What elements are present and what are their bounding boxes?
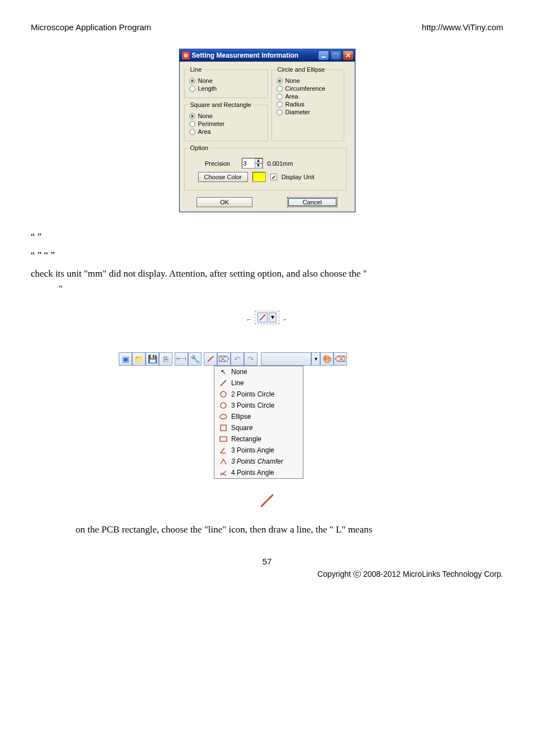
cursor-icon: ↖ [219, 368, 228, 376]
tb-undo-icon[interactable]: ↶ [231, 352, 244, 366]
line-none-radio[interactable] [189, 78, 195, 84]
tb-wrench-icon[interactable]: 🔧 [188, 352, 202, 366]
settings-dialog: ⚙ Setting Measurement Information ✕ Line… [179, 49, 355, 212]
shape-menu: ↖None Line 2 Points Circle 3 Points Circ… [214, 366, 303, 479]
choose-color-button[interactable]: Choose Color [198, 172, 248, 182]
mi-line[interactable]: Line [214, 377, 303, 389]
sq-area-radio[interactable] [189, 129, 195, 135]
line-group: Line None Length [184, 66, 268, 98]
svg-point-3 [221, 391, 226, 397]
ci-radius-radio[interactable] [277, 101, 283, 108]
4angle-icon [219, 469, 228, 477]
ci-none-radio[interactable] [277, 78, 283, 84]
ok-button[interactable]: OK [196, 197, 252, 207]
chamfer-icon [219, 458, 228, 465]
square-icon [219, 424, 228, 432]
svg-point-5 [220, 414, 227, 419]
display-unit-checkbox[interactable] [270, 174, 277, 180]
paragraph-3a: check its unit "mm" did not display. Att… [31, 266, 503, 282]
sq-none-label: None [198, 113, 213, 119]
minimize-button[interactable] [318, 50, 329, 60]
ci-diam-label: Diameter [285, 109, 311, 115]
color-swatch [252, 172, 266, 182]
sqrect-legend: Square and Rectangle [189, 101, 252, 108]
mi-ellipse[interactable]: Ellipse [214, 411, 303, 422]
precision-unit: 0.001mm [268, 160, 293, 167]
line-tool-dropdown-icon[interactable]: ▾ [269, 312, 277, 323]
svg-line-2 [221, 380, 226, 386]
mi-square[interactable]: Square [214, 422, 303, 433]
option-legend: Option [189, 144, 209, 151]
ci-area-label: Area [285, 93, 298, 100]
tb-line-icon[interactable] [204, 352, 217, 366]
ci-circ-radio[interactable] [277, 86, 283, 92]
precision-label: Precision [198, 160, 237, 167]
tb-slider[interactable] [261, 352, 311, 366]
svg-line-0 [260, 315, 265, 320]
line-length-radio[interactable] [189, 86, 195, 92]
mi-3pc[interactable]: 3 Points Circle [214, 400, 303, 411]
ci-radius-label: Radius [285, 101, 305, 108]
tb-redo-icon[interactable]: ↷ [244, 352, 257, 366]
maximize-button [330, 50, 341, 60]
tb-eraser-icon[interactable]: ⌫ [334, 352, 347, 366]
display-unit-label: Display Unit [282, 174, 315, 180]
svg-line-1 [208, 356, 213, 362]
mi-none[interactable]: ↖None [214, 366, 303, 377]
line-tool-pair: ▾ [255, 311, 279, 324]
precision-input[interactable] [242, 160, 255, 167]
mi-3pch[interactable]: 3 Points Chamfer [214, 456, 303, 467]
svg-rect-7 [220, 437, 227, 441]
line-icon [219, 379, 228, 387]
sq-none-radio[interactable] [189, 113, 195, 119]
tb-ruler-icon[interactable]: ⊢⊣ [175, 352, 188, 366]
paragraph-3b: " [31, 281, 503, 297]
tb-folder-icon[interactable]: 📁 [132, 352, 146, 366]
dialog-title: Setting Measurement Information [192, 52, 299, 59]
crop-br-icon: ⌐ [282, 316, 288, 323]
svg-line-8 [261, 495, 273, 506]
ci-area-radio[interactable] [277, 94, 283, 100]
toolbar: ▣ 📁 💾 ⎘ ⊢⊣ 🔧 ⌦ ↶ ↷ ▾ 🎨 ⌫ [119, 352, 415, 366]
mi-3pa[interactable]: 3 Points Angle [214, 445, 303, 456]
close-button[interactable]: ✕ [343, 50, 354, 60]
svg-rect-6 [221, 425, 226, 431]
sq-perim-radio[interactable] [189, 121, 195, 127]
paragraph-quotes-2: “ ” “ ” [31, 248, 503, 264]
tb-palette-icon[interactable]: 🎨 [320, 352, 334, 366]
tb-save-icon[interactable]: 💾 [146, 352, 159, 366]
ci-diam-radio[interactable] [277, 109, 283, 115]
sq-perim-label: Perimeter [198, 120, 225, 127]
line-none-label: None [198, 77, 213, 84]
svg-point-4 [221, 403, 226, 408]
spin-down-icon[interactable]: ▼ [255, 164, 263, 169]
tb-dropdown-icon[interactable]: ▾ [311, 352, 320, 366]
tb-copy-icon[interactable]: ⎘ [159, 352, 172, 366]
header-left: Microscope Application Program [31, 22, 151, 32]
line-tool-icon[interactable] [257, 312, 268, 323]
app-icon: ⚙ [182, 52, 190, 59]
page-number: 57 [31, 557, 503, 566]
paragraph-4: on the PCB rectangle, choose the "line" … [31, 522, 503, 538]
mi-4pa[interactable]: 4 Points Angle [214, 467, 303, 478]
crop-tl-icon: ⌐ [246, 316, 252, 323]
circle-legend: Circle and Ellipse [277, 66, 326, 73]
angle-icon [219, 446, 228, 454]
cancel-button[interactable]: Cancel [287, 197, 338, 207]
ellipse-icon [219, 413, 228, 421]
mi-2pc[interactable]: 2 Points Circle [214, 389, 303, 400]
copyright: Copyright ⓒ 2008-2012 MicroLinks Technol… [31, 570, 503, 580]
tb-stamp-icon[interactable]: ⌦ [217, 352, 231, 366]
line-length-label: Length [198, 85, 217, 92]
circle-icon [219, 402, 228, 409]
header-right: http://www.ViTiny.com [421, 22, 503, 32]
line-legend: Line [189, 66, 203, 73]
circle-group: Circle and Ellipse None Circumference Ar… [271, 66, 344, 141]
ci-circ-label: Circumference [285, 85, 326, 92]
line-illustration-icon [31, 493, 503, 511]
paragraph-quotes-1: “ ” [31, 229, 503, 245]
tb-monitor-icon[interactable]: ▣ [119, 352, 132, 366]
sqrect-group: Square and Rectangle None Perimeter Area [184, 101, 268, 141]
mi-rect[interactable]: Rectangle [214, 433, 303, 445]
precision-spinner[interactable]: ▲▼ [242, 158, 263, 169]
